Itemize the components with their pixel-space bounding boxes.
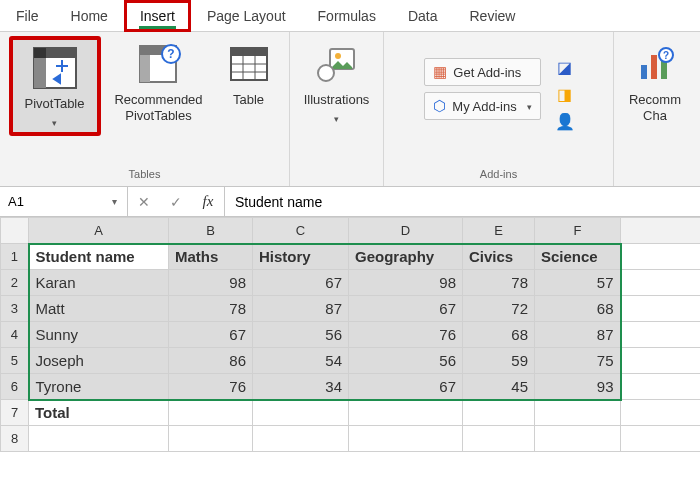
cell[interactable] — [463, 400, 535, 426]
cell[interactable]: 87 — [535, 322, 621, 348]
cell[interactable]: 56 — [253, 322, 349, 348]
row-header[interactable]: 4 — [1, 322, 29, 348]
tab-page-layout[interactable]: Page Layout — [191, 0, 302, 31]
cell[interactable]: 67 — [349, 374, 463, 400]
cell[interactable]: Sunny — [29, 322, 169, 348]
cell[interactable]: 86 — [169, 348, 253, 374]
col-header-F[interactable]: F — [535, 218, 621, 244]
col-header-C[interactable]: C — [253, 218, 349, 244]
get-addins-label: Get Add-ins — [453, 65, 521, 80]
pivot-table-button[interactable]: PivotTable ▾ — [9, 36, 101, 136]
col-header-D[interactable]: D — [349, 218, 463, 244]
cell[interactable]: 78 — [169, 296, 253, 322]
row-header[interactable]: 7 — [1, 400, 29, 426]
col-header-B[interactable]: B — [169, 218, 253, 244]
tab-file[interactable]: File — [0, 0, 55, 31]
cell[interactable] — [621, 296, 701, 322]
cell[interactable]: Joseph — [29, 348, 169, 374]
cell[interactable] — [621, 244, 701, 270]
cell[interactable]: 72 — [463, 296, 535, 322]
cell[interactable] — [621, 400, 701, 426]
tab-insert[interactable]: Insert — [124, 0, 191, 32]
cell[interactable]: 67 — [169, 322, 253, 348]
cancel-formula-button[interactable]: ✕ — [128, 194, 160, 210]
people-graph-icon[interactable]: 👤 — [555, 112, 575, 131]
name-box-dropdown[interactable]: ▾ — [108, 196, 121, 207]
cell[interactable] — [621, 426, 701, 452]
cell[interactable]: Science — [535, 244, 621, 270]
cell[interactable] — [621, 348, 701, 374]
row-header[interactable]: 8 — [1, 426, 29, 452]
cell[interactable]: History — [253, 244, 349, 270]
enter-formula-button[interactable]: ✓ — [160, 194, 192, 210]
row-header[interactable]: 2 — [1, 270, 29, 296]
tab-formulas[interactable]: Formulas — [302, 0, 392, 31]
cell[interactable]: 98 — [349, 270, 463, 296]
cell[interactable]: Geography — [349, 244, 463, 270]
col-header-A[interactable]: A — [29, 218, 169, 244]
select-all-corner[interactable] — [1, 218, 29, 244]
cell[interactable]: Tyrone — [29, 374, 169, 400]
row-header[interactable]: 6 — [1, 374, 29, 400]
row-header[interactable]: 3 — [1, 296, 29, 322]
get-addins-button[interactable]: ▦ Get Add-ins — [424, 58, 540, 86]
recommended-charts-button[interactable]: ? Recomm Cha — [619, 36, 691, 128]
cell[interactable] — [463, 426, 535, 452]
cell[interactable]: Civics — [463, 244, 535, 270]
chevron-down-icon: ▾ — [527, 102, 532, 112]
cell[interactable]: Student name — [29, 244, 169, 270]
cell[interactable]: 67 — [253, 270, 349, 296]
cell[interactable]: 76 — [169, 374, 253, 400]
tab-home[interactable]: Home — [55, 0, 124, 31]
cell[interactable]: 59 — [463, 348, 535, 374]
cell[interactable]: 45 — [463, 374, 535, 400]
visio-icon[interactable]: ◪ — [557, 58, 572, 77]
cell[interactable]: Matt — [29, 296, 169, 322]
table-button[interactable]: Table — [217, 36, 281, 112]
cell[interactable] — [169, 400, 253, 426]
cell[interactable] — [349, 400, 463, 426]
cell[interactable]: 34 — [253, 374, 349, 400]
tab-review[interactable]: Review — [454, 0, 532, 31]
cell[interactable] — [169, 426, 253, 452]
formula-input[interactable] — [225, 187, 700, 216]
cell[interactable]: Total — [29, 400, 169, 426]
cell[interactable]: 76 — [349, 322, 463, 348]
col-header-G[interactable] — [621, 218, 701, 244]
cell[interactable]: 78 — [463, 270, 535, 296]
cell[interactable]: Maths — [169, 244, 253, 270]
col-header-E[interactable]: E — [463, 218, 535, 244]
fx-button[interactable]: fx — [192, 193, 224, 210]
cell[interactable]: 67 — [349, 296, 463, 322]
cell[interactable]: 68 — [535, 296, 621, 322]
cell[interactable]: 98 — [169, 270, 253, 296]
name-box-input[interactable] — [6, 193, 108, 210]
cell[interactable]: 57 — [535, 270, 621, 296]
bing-icon[interactable]: ◨ — [557, 85, 572, 104]
cell[interactable] — [621, 374, 701, 400]
cell[interactable] — [621, 322, 701, 348]
cell[interactable]: 75 — [535, 348, 621, 374]
cell[interactable] — [253, 426, 349, 452]
tab-data[interactable]: Data — [392, 0, 454, 31]
cell[interactable]: 56 — [349, 348, 463, 374]
cell[interactable] — [535, 426, 621, 452]
cell[interactable]: 68 — [463, 322, 535, 348]
name-box[interactable]: ▾ — [0, 187, 128, 216]
cell[interactable] — [349, 426, 463, 452]
my-addins-button[interactable]: ⬡ My Add-ins ▾ — [424, 92, 540, 120]
cell[interactable] — [621, 270, 701, 296]
cell[interactable] — [535, 400, 621, 426]
cell[interactable] — [29, 426, 169, 452]
illustrations-icon — [316, 40, 358, 88]
recommended-pivot-button[interactable]: ? Recommended PivotTables — [107, 36, 211, 128]
cell[interactable]: 54 — [253, 348, 349, 374]
grid[interactable]: A B C D E F 1 Student name Maths History… — [0, 217, 700, 452]
illustrations-button[interactable]: Illustrations ▾ — [296, 36, 378, 128]
cell[interactable] — [253, 400, 349, 426]
cell[interactable]: Karan — [29, 270, 169, 296]
row-header[interactable]: 1 — [1, 244, 29, 270]
cell[interactable]: 93 — [535, 374, 621, 400]
row-header[interactable]: 5 — [1, 348, 29, 374]
cell[interactable]: 87 — [253, 296, 349, 322]
